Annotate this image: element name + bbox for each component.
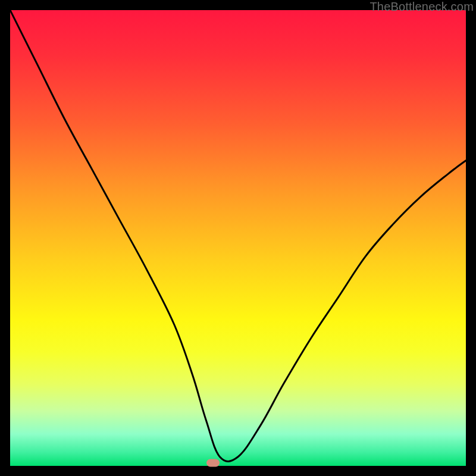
- chart-frame: [10, 10, 466, 466]
- bottleneck-curve: [10, 10, 466, 466]
- optimal-point-marker: [206, 459, 220, 466]
- watermark-label: TheBottleneck.com: [369, 0, 474, 14]
